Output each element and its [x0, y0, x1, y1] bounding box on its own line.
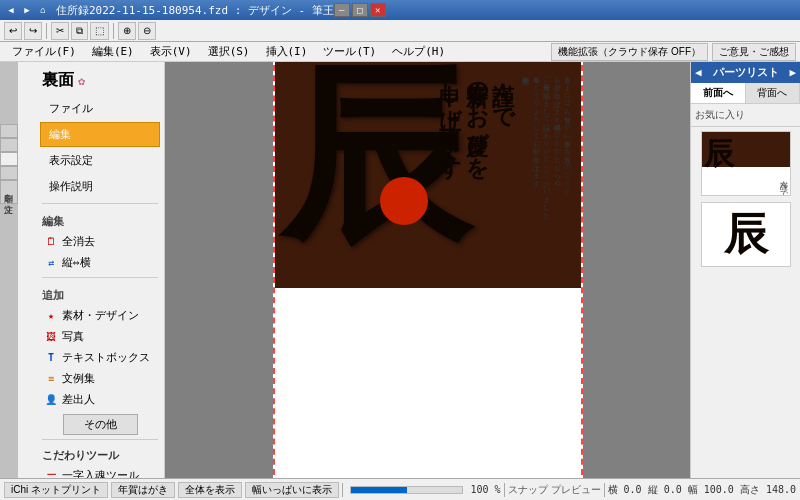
canvas-area[interactable]: 辰 謹んで 新春のお慶びを 申し上げます 皆さまにはお健やかに新年をお迎えのこと…: [165, 62, 690, 478]
action-photo[interactable]: 🖼 写真: [40, 326, 160, 347]
undo-button[interactable]: ↩: [4, 22, 22, 40]
close-button[interactable]: ✕: [370, 3, 386, 17]
menu-tools[interactable]: ツール(T): [315, 42, 384, 62]
titlebar-icons: ◀ ▶ ⌂: [4, 3, 50, 17]
main-area: 住所録 表面 裏面 印刷 印刷を注文 裏面 ✿ ファイル 編集 表示設定 操作説…: [0, 62, 800, 478]
panel-title: パーツリスト: [713, 65, 779, 80]
action-ippo[interactable]: 一 一字入魂ツール: [40, 465, 160, 478]
menubar: ファイル(F) 編集(E) 表示(V) 選択(S) 挿入(I) ツール(T) ヘ…: [0, 42, 800, 62]
titlebar: ◀ ▶ ⌂ 住所録2022-11-15-180954.fzd : デザイン - …: [0, 0, 800, 20]
card-text-block: 謹んで 新春のお慶びを 申し上げます 皆さまにはお健やかに新年をお迎えのことと …: [433, 67, 573, 478]
kodawari-label: こだわりツール: [40, 444, 160, 465]
material-label: 素材・デザイン: [62, 308, 139, 323]
sidebar-item-jusho[interactable]: 住所録: [0, 124, 18, 138]
action-address[interactable]: 👤 差出人: [40, 389, 160, 410]
sidebar-divider1: [42, 203, 158, 204]
photo-label: 写真: [62, 329, 84, 344]
action-template[interactable]: ≡ 文例集: [40, 368, 160, 389]
sidebar-divider3: [42, 439, 158, 440]
action-clear-all[interactable]: 🗒 全消去: [40, 231, 160, 252]
maximize-button[interactable]: □: [352, 3, 368, 17]
titlebar-text: 住所録2022-11-15-180954.fzd : デザイン - 筆王: [56, 3, 334, 18]
menu-item-edit[interactable]: 編集: [40, 122, 160, 147]
panel-thumbnail-2[interactable]: 辰: [701, 202, 791, 267]
menu-insert[interactable]: 挿入(I): [258, 42, 316, 62]
cut-button[interactable]: ✂: [51, 22, 69, 40]
home-icon[interactable]: ⌂: [36, 3, 50, 17]
menu-view[interactable]: 表示(V): [142, 42, 200, 62]
flip-label: 縦⇔横: [62, 255, 91, 270]
menu-right: 機能拡張（クラウド保存 OFF） ご意見・ご感想: [551, 43, 796, 61]
toolbar-sep1: [46, 23, 47, 39]
panel-tabs: 前面へ 背面へ: [691, 83, 800, 104]
sonota-button[interactable]: その他: [63, 414, 138, 435]
preview-label: プレビュー: [551, 483, 601, 497]
fit-width-button[interactable]: 幅いっぱいに表示: [245, 482, 339, 498]
ippo-label: 一字入魂ツール: [62, 468, 139, 478]
clear-all-label: 全消去: [62, 234, 95, 249]
copy-button[interactable]: ⧉: [71, 22, 88, 40]
sidebar-item-chumon[interactable]: 印刷を注文: [0, 180, 18, 204]
back-icon[interactable]: ◀: [4, 3, 18, 17]
thumb2-char: 辰: [724, 205, 768, 264]
panel-arrow-right[interactable]: ▶: [789, 66, 796, 79]
menu-item-display[interactable]: 表示設定: [40, 148, 160, 173]
address-label: 差出人: [62, 392, 95, 407]
fit-all-button[interactable]: 全体を表示: [178, 482, 242, 498]
panel-arrow-left[interactable]: ◀: [695, 66, 702, 79]
material-icon: ★: [44, 309, 58, 323]
forward-icon[interactable]: ▶: [20, 3, 34, 17]
coords-display: 横 0.0 縦 0.0 幅 100.0 高さ 148.0: [608, 483, 796, 497]
status-progress-fill: [351, 487, 407, 493]
menu-select[interactable]: 選択(S): [200, 42, 258, 62]
sidebar-item-uramen[interactable]: 裏面: [0, 152, 18, 166]
sidebar-item-hyomen[interactable]: 表面: [0, 138, 18, 152]
snap-label: スナップ: [508, 483, 548, 497]
ippo-icon: 一: [44, 469, 58, 479]
sidebar-title: 裏面 ✿: [40, 66, 160, 95]
menu-help[interactable]: ヘルプ(H): [384, 42, 453, 62]
action-material[interactable]: ★ 素材・デザイン: [40, 305, 160, 326]
status-progress-bar: [350, 486, 463, 494]
tab-ura[interactable]: 背面へ: [746, 83, 801, 103]
minimize-button[interactable]: —: [334, 3, 350, 17]
zoom-level: 100 %: [470, 484, 500, 495]
menu-item-operation[interactable]: 操作説明: [40, 174, 160, 199]
ichi-net-print-button[interactable]: iChi ネットプリント: [4, 482, 108, 498]
panel-favorites: お気に入り: [691, 104, 800, 127]
action-textbox[interactable]: T テキストボックス: [40, 347, 160, 368]
sidebar-divider2: [42, 277, 158, 278]
redo-button[interactable]: ↪: [24, 22, 42, 40]
status-sep2: [504, 483, 505, 497]
textbox-label: テキストボックス: [62, 350, 150, 365]
panel-content[interactable]: 辰 謹んで新春 辰: [691, 127, 800, 478]
card-main-text: 謹んで 新春のお慶びを 申し上げます: [437, 67, 516, 478]
menu-edit[interactable]: 編集(E): [84, 42, 142, 62]
zoom-in-button[interactable]: ⊕: [118, 22, 136, 40]
cloud-save-button[interactable]: 機能拡張（クラウド保存 OFF）: [551, 43, 708, 61]
sidebar: 裏面 ✿ ファイル 編集 表示設定 操作説明 編集 🗒 全消去 ⇄ 縦⇔横 追加…: [18, 62, 165, 478]
textbox-icon: T: [44, 351, 58, 365]
flower-icon: ✿: [78, 74, 85, 88]
zoom-out-button[interactable]: ⊖: [138, 22, 156, 40]
address-icon: 👤: [44, 393, 58, 407]
vertical-tabs: 住所録 表面 裏面 印刷 印刷を注文: [0, 124, 18, 500]
action-flip[interactable]: ⇄ 縦⇔横: [40, 252, 160, 273]
menu-item-file[interactable]: ファイル: [40, 96, 160, 121]
add-group-label: 追加: [40, 282, 160, 305]
sidebar-inner: 裏面 ✿ ファイル 編集 表示設定 操作説明 編集 🗒 全消去 ⇄ 縦⇔横 追加…: [36, 62, 164, 478]
right-panel-header: ◀ パーツリスト ▶: [691, 62, 800, 83]
panel-thumbnail-1[interactable]: 辰 謹んで新春: [701, 131, 791, 196]
template-label: 文例集: [62, 371, 95, 386]
page-canvas[interactable]: 辰 謹んで 新春のお慶びを 申し上げます 皆さまにはお健やかに新年をお迎えのこと…: [273, 62, 583, 478]
nengahagaki-button[interactable]: 年賀はがき: [111, 482, 175, 498]
edit-group-label: 編集: [40, 208, 160, 231]
tab-omote[interactable]: 前面へ: [691, 83, 746, 103]
template-icon: ≡: [44, 372, 58, 386]
paste-button[interactable]: ⬚: [90, 22, 109, 40]
flip-icon: ⇄: [44, 256, 58, 270]
menu-file[interactable]: ファイル(F): [4, 42, 84, 62]
sidebar-item-insatsu[interactable]: 印刷: [0, 166, 18, 180]
feedback-button[interactable]: ご意見・ご感想: [712, 43, 796, 61]
sidebar-title-text: 裏面: [42, 70, 74, 91]
